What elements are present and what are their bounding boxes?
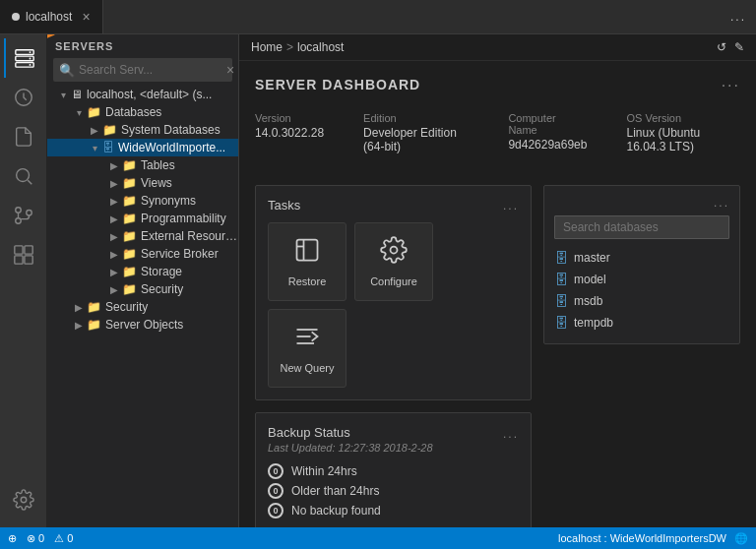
views-arrow: ▶	[106, 178, 122, 189]
sidebar-search-bar[interactable]: 🔍 ×	[53, 58, 232, 82]
configure-icon	[380, 236, 408, 270]
db-name-model: model	[574, 273, 606, 286]
server-objects-arrow: ▶	[71, 320, 87, 331]
dashboard-header-row: SERVER DASHBOARD ···	[255, 77, 740, 104]
backup-label-older: Older than 24hrs	[291, 484, 379, 498]
security-server-arrow: ▶	[71, 302, 87, 313]
activity-history-icon[interactable]	[4, 78, 43, 117]
breadcrumb-current: localhost	[297, 40, 344, 54]
breadcrumb-home[interactable]: Home	[251, 40, 283, 54]
gear-svg	[13, 489, 34, 511]
db-list: 🗄 master 🗄 model 🗄 msdb	[554, 247, 729, 334]
task-restore[interactable]: Restore	[268, 222, 346, 301]
svg-point-3	[29, 51, 31, 53]
wwi-label: WideWorldImporte...	[118, 141, 238, 154]
tree-item-storage[interactable]: ▶ 📁 Storage	[47, 263, 238, 280]
tree-item-system-dbs[interactable]: ▶ 📁 System Databases	[47, 121, 238, 139]
activity-bar	[0, 34, 47, 527]
tasks-panel-header: Tasks ...	[268, 198, 519, 213]
globe-icon: 🌐	[734, 532, 748, 545]
external-resources-arrow: ▶	[106, 231, 122, 242]
sidebar-title: SERVERS	[55, 40, 113, 52]
tree-item-server[interactable]: ▾ 🖥 localhost, <default> (s...	[47, 86, 238, 103]
db-list-item-master[interactable]: 🗄 master	[554, 247, 729, 269]
tree-item-programmability[interactable]: ▶ 📁 Programmability	[47, 210, 238, 227]
activity-git-icon[interactable]	[4, 196, 43, 235]
edition-info: Edition Developer Edition (64-bit)	[363, 112, 469, 153]
svg-rect-17	[297, 240, 318, 261]
tree-item-service-broker[interactable]: ▶ 📁 Service Broker	[47, 245, 238, 263]
refresh-button[interactable]: ↺	[717, 40, 726, 54]
tree-item-security-db[interactable]: ▶ 📁 Security	[47, 280, 238, 298]
synonyms-folder-icon: 📁	[122, 194, 137, 208]
tree-item-tables[interactable]: ▶ 📁 Tables	[47, 156, 238, 174]
activity-file-icon[interactable]	[4, 117, 43, 156]
breadcrumb: Home > localhost ↺ ✎	[239, 34, 756, 61]
programmability-folder-icon: 📁	[122, 212, 137, 225]
backup-title: Backup Status	[268, 425, 350, 440]
tree-item-wideworldimporters[interactable]: ▾ 🗄 WideWorldImporte...	[47, 139, 238, 156]
activity-settings-icon[interactable]	[4, 480, 43, 519]
tree-item-server-objects[interactable]: ▶ 📁 Server Objects	[47, 316, 238, 334]
backup-updated: Last Updated: 12:27:38 2018-2-28	[268, 442, 519, 454]
new-query-icon	[293, 323, 321, 356]
backup-more-button[interactable]: ...	[503, 427, 519, 441]
task-new-query[interactable]: New Query	[268, 309, 346, 388]
tab-close-button[interactable]: ×	[82, 9, 90, 25]
history-svg	[13, 87, 34, 108]
content-area: Home > localhost ↺ ✎ SERVER DASHBOARD ··…	[239, 34, 756, 527]
edit-button[interactable]: ✎	[734, 40, 744, 54]
computer-value: 9d42629a69eb	[508, 138, 587, 152]
tasks-title: Tasks	[268, 198, 300, 213]
activity-extensions-icon[interactable]	[4, 235, 43, 274]
search-close-button[interactable]: ×	[226, 62, 234, 78]
main-layout: SERVERS 🔍 × ▾ 🖥 lo	[0, 34, 756, 527]
backup-count-24hrs: 0	[268, 463, 284, 479]
security-db-arrow: ▶	[106, 284, 122, 295]
topbar-more-button[interactable]: ...	[730, 10, 756, 24]
tasks-grid: Restore Configure	[268, 222, 519, 388]
dashboard-title: SERVER DASHBOARD	[255, 77, 420, 92]
status-warning-icon: ⚠ 0	[54, 532, 73, 545]
activity-servers-icon[interactable]	[4, 38, 43, 78]
svg-point-9	[15, 218, 21, 224]
task-configure[interactable]: Configure	[354, 222, 433, 301]
computer-label: Computer Name	[508, 112, 587, 136]
edition-value: Developer Edition (64-bit)	[363, 126, 469, 153]
tasks-more-button[interactable]: ...	[503, 199, 519, 213]
tree-item-security-server[interactable]: ▶ 📁 Security	[47, 298, 238, 316]
db-name-msdb: msdb	[574, 294, 602, 308]
tasks-panel: Tasks ...	[255, 185, 532, 400]
db-list-item-model[interactable]: 🗄 model	[554, 269, 729, 290]
databases-expand-arrow: ▾	[71, 107, 87, 118]
status-connection-text: localhost : WideWorldImportersDW	[558, 532, 726, 544]
tree-item-external-resources[interactable]: ▶ 📁 External Resources	[47, 227, 238, 245]
tree-item-synonyms[interactable]: ▶ 📁 Synonyms	[47, 192, 238, 210]
svg-rect-13	[14, 256, 22, 264]
tab-localhost[interactable]: localhost ×	[0, 0, 103, 33]
svg-rect-11	[14, 246, 22, 254]
wwi-db-icon: 🗄	[102, 141, 114, 154]
dashboard: SERVER DASHBOARD ··· Version 14.0.3022.2…	[239, 61, 756, 527]
server-objects-label: Server Objects	[105, 318, 238, 332]
search-input[interactable]	[79, 63, 226, 77]
top-bar: localhost × ...	[0, 0, 756, 34]
tree-item-views[interactable]: ▶ 📁 Views	[47, 174, 238, 192]
tree-item-databases[interactable]: ▾ 📁 Databases	[47, 103, 238, 121]
servers-svg	[14, 47, 35, 69]
activity-search-icon[interactable]	[4, 156, 43, 196]
dashboard-more-button[interactable]: ···	[722, 77, 740, 94]
tables-arrow: ▶	[106, 160, 122, 171]
db-list-item-tempdb[interactable]: 🗄 tempdb	[554, 312, 729, 334]
svg-point-5	[29, 64, 31, 66]
databases-label: Databases	[105, 105, 238, 119]
db-panel-header: ...	[554, 196, 729, 210]
db-list-item-msdb[interactable]: 🗄 msdb	[554, 290, 729, 312]
extensions-svg	[13, 244, 34, 266]
db-panel-more-button[interactable]: ...	[714, 196, 729, 210]
storage-label: Storage	[141, 265, 238, 278]
file-svg	[13, 126, 34, 148]
configure-label: Configure	[370, 275, 417, 287]
db-search-input[interactable]	[554, 215, 729, 239]
git-svg	[13, 205, 34, 226]
